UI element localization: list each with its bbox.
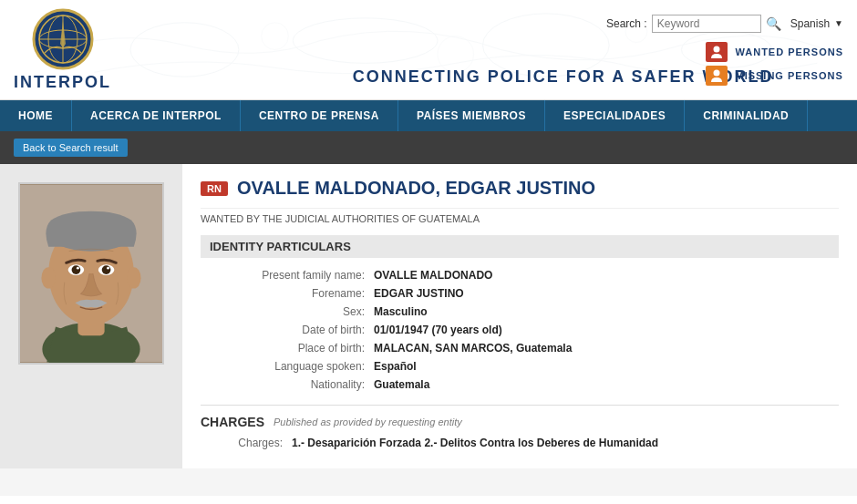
field-row-language: Language spoken: Español [228, 360, 839, 373]
label-dob: Date of birth: [228, 324, 374, 336]
charges-title: CHARGES [201, 415, 264, 429]
person-name: OVALLE MALDONADO, EDGAR JUSTINO [237, 178, 595, 199]
value-sex: Masculino [374, 305, 428, 318]
svg-point-14 [714, 69, 720, 76]
field-row-nationality: Nationality: Guatemala [228, 378, 839, 391]
logo-text: INTERPOL [14, 73, 111, 92]
charges-header: CHARGES Published as provided by request… [201, 415, 839, 429]
svg-point-22 [72, 265, 81, 274]
missing-persons-label: MISSING PERSONS [735, 70, 842, 81]
svg-point-4 [262, 23, 289, 50]
field-row-dob: Date of birth: 01/01/1947 (70 years old) [228, 324, 839, 336]
red-notice-icon: RN [201, 181, 228, 196]
value-family-name: OVALLE MALDONADO [374, 269, 492, 282]
missing-icon [706, 66, 728, 86]
field-row-sex: Sex: Masculino [228, 305, 839, 318]
language-selector[interactable]: Spanish [790, 17, 830, 30]
charges-value: 1.- Desaparición Forzada 2.- Delitos Con… [292, 437, 658, 449]
missing-persons-link[interactable]: MISSING PERSONS [704, 66, 843, 86]
identity-section-title: IDENTITY PARTICULARS [201, 235, 839, 258]
label-forename: Forename: [228, 287, 374, 300]
language-dropdown-icon[interactable]: ▼ [834, 18, 843, 28]
main-navbar: HOME ACERCA DE INTERPOL CENTRO DE PRENSA… [0, 100, 857, 131]
svg-point-27 [127, 267, 141, 288]
value-dob: 01/01/1947 (70 years old) [374, 324, 502, 336]
value-pob: MALACAN, SAN MARCOS, Guatemala [374, 342, 572, 355]
identity-particulars: Present family name: OVALLE MALDONADO Fo… [228, 269, 839, 391]
svg-point-26 [41, 267, 56, 288]
field-row-family-name: Present family name: OVALLE MALDONADO [228, 269, 839, 282]
photo-column [0, 164, 182, 468]
wanted-persons-label: WANTED PERSONS [735, 46, 843, 57]
nav-criminalidad[interactable]: CRIMINALIDAD [685, 100, 808, 131]
value-forename: EDGAR JUSTINO [374, 287, 464, 300]
nav-home[interactable]: HOME [0, 100, 72, 131]
svg-point-24 [77, 267, 79, 270]
person-header: RN OVALLE MALDONADO, EDGAR JUSTINO [201, 178, 839, 209]
svg-point-13 [714, 46, 720, 52]
nav-acerca[interactable]: ACERCA DE INTERPOL [72, 100, 241, 131]
value-language: Español [374, 360, 417, 373]
svg-point-1 [293, 18, 438, 64]
wanted-persons-link[interactable]: WANTED PERSONS [704, 42, 843, 62]
search-button[interactable]: 🔍 [766, 16, 781, 31]
label-sex: Sex: [228, 305, 374, 318]
nav-especialidades[interactable]: ESPECIALIDADES [545, 100, 685, 131]
search-label: Search : [606, 17, 647, 30]
back-button[interactable]: Back to Search result [14, 139, 128, 157]
charges-subtitle: Published as provided by requesting enti… [274, 417, 462, 427]
charges-row: Charges: 1.- Desaparición Forzada 2.- De… [201, 437, 839, 449]
main-content: Back to Search result [0, 131, 857, 496]
svg-point-25 [107, 267, 109, 270]
label-pob: Place of birth: [228, 342, 374, 355]
value-nationality: Guatemala [374, 378, 429, 391]
field-row-pob: Place of birth: MALACAN, SAN MARCOS, Gua… [228, 342, 839, 355]
nav-paises[interactable]: PAÍSES MIEMBROS [398, 100, 545, 131]
label-language: Language spoken: [228, 360, 374, 373]
label-nationality: Nationality: [228, 378, 374, 391]
back-bar: Back to Search result [0, 131, 857, 164]
person-photo [18, 182, 164, 365]
nav-prensa[interactable]: CENTRO DE PRENSA [241, 100, 398, 131]
charges-section: CHARGES Published as provided by request… [201, 405, 839, 449]
field-row-forename: Forename: EDGAR JUSTINO [228, 287, 839, 300]
search-input[interactable] [652, 15, 761, 33]
svg-point-0 [130, 23, 239, 77]
wanted-by: WANTED BY THE JUDICIAL AUTHORITIES OF GU… [201, 213, 839, 224]
profile-section: RN OVALLE MALDONADO, EDGAR JUSTINO WANTE… [0, 164, 857, 468]
charges-label: Charges: [219, 437, 292, 449]
svg-point-23 [102, 265, 111, 274]
label-family-name: Present family name: [228, 269, 374, 282]
info-column: RN OVALLE MALDONADO, EDGAR JUSTINO WANTE… [182, 164, 857, 468]
wanted-icon [706, 42, 728, 62]
